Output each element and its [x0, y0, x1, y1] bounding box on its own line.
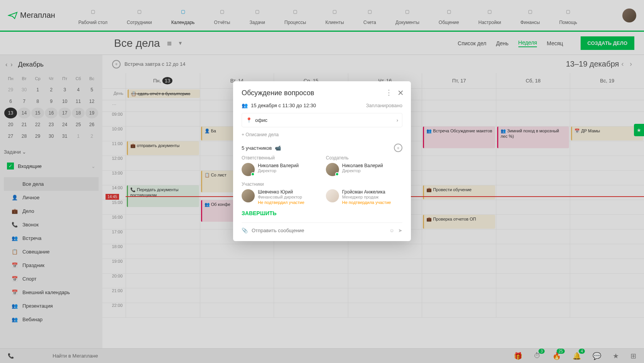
creator-label: Создатель: [326, 155, 402, 161]
location-field[interactable]: 📍 офис ›: [242, 113, 402, 127]
members-label: Участники: [242, 182, 402, 187]
message-input[interactable]: [252, 228, 385, 233]
emoji-icon[interactable]: ☺: [389, 228, 394, 233]
responsible-label: Ответственный: [242, 155, 318, 161]
modal-overlay[interactable]: ⋮ ✕ Обсуждение вопросов 👥 15 декабря с 1…: [0, 0, 644, 363]
add-description[interactable]: + Описание дела: [242, 132, 402, 137]
send-icon[interactable]: ➤: [398, 228, 402, 233]
responsible-person[interactable]: Николаев ВалерийДиректор: [242, 163, 318, 176]
member-person[interactable]: Гройсман АнжеликаМенеджер продажНе подтв…: [326, 189, 402, 205]
member-person[interactable]: Шевченко ЮрийФинансовый директорНе подтв…: [242, 189, 318, 205]
pin-icon: 📍: [246, 117, 252, 123]
creator-person[interactable]: Николаев ВалерийДиректор: [326, 163, 402, 176]
people-icon: 👥: [242, 103, 251, 108]
attach-icon[interactable]: 📎: [242, 228, 248, 233]
event-modal: ⋮ ✕ Обсуждение вопросов 👥 15 декабря с 1…: [233, 81, 411, 241]
modal-datetime: 15 декабря с 11:30 до 12:30: [251, 103, 316, 108]
modal-title: Обсуждение вопросов: [242, 89, 402, 97]
more-icon[interactable]: ⋮: [385, 88, 392, 97]
add-participant-button[interactable]: +: [394, 144, 402, 152]
video-icon[interactable]: 📹: [275, 145, 281, 151]
participants-count: 5 участников: [242, 145, 272, 151]
location-text: офис: [255, 117, 267, 123]
complete-button[interactable]: ЗАВЕРШИТЬ: [242, 210, 402, 216]
chevron-right-icon: ›: [397, 117, 398, 123]
close-icon[interactable]: ✕: [397, 88, 404, 98]
modal-status: Запланировано: [366, 103, 402, 108]
